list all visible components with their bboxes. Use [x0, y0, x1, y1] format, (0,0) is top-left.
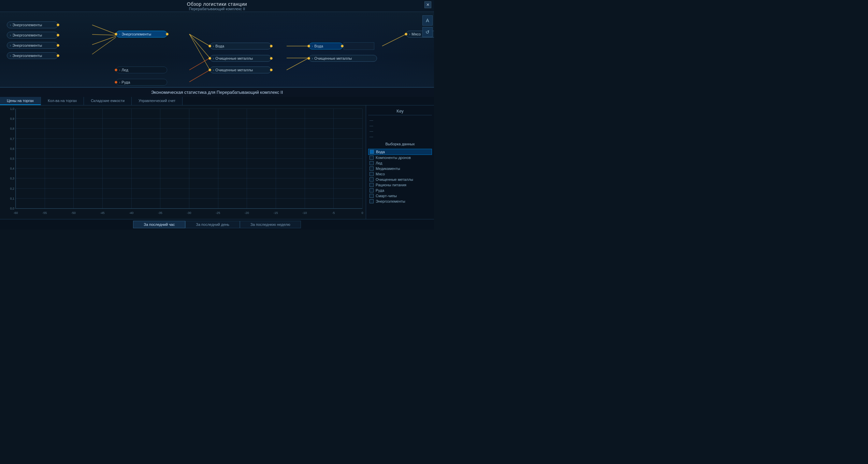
- svg-line-2: [92, 36, 116, 45]
- key-dash-1: ---: [368, 117, 432, 123]
- output-dot-1: [57, 24, 59, 26]
- checkbox-3: [370, 166, 374, 171]
- data-item-0[interactable]: Вода: [368, 149, 432, 155]
- grid-line-x-1: [45, 109, 45, 208]
- data-item-8[interactable]: Смарт-чипы: [368, 193, 432, 199]
- map-button[interactable]: A: [422, 15, 433, 26]
- network-area: › Энергоэлементы › Энергоэлементы › Энер…: [0, 12, 434, 87]
- output-dot-water1: [270, 45, 273, 47]
- checkbox-9: [370, 199, 374, 203]
- water2-node[interactable]: › Вода: [309, 42, 374, 50]
- pmet2-body: › Очищенные металлы: [210, 67, 271, 73]
- x-label-11: -5: [332, 211, 335, 215]
- energo-center-node[interactable]: › Энергоэлементы: [116, 30, 167, 38]
- data-item-label-7: Руда: [376, 188, 384, 192]
- energo-center-body: › Энергоэлементы: [116, 31, 167, 38]
- refresh-button[interactable]: ↺: [422, 27, 433, 37]
- y-label-4: 0,6: [10, 147, 14, 150]
- y-label-10: 0,0: [10, 207, 14, 210]
- data-item-9[interactable]: Энергоэлементы: [368, 199, 432, 204]
- data-item-5[interactable]: Очищенные металлы: [368, 177, 432, 182]
- pmet3-body: › Очищенные металлы: [309, 55, 377, 62]
- x-label-6: -30: [187, 211, 191, 215]
- output-dot-pmet1: [270, 57, 273, 60]
- stats-tabs: Цены на торгах Кол-ва на торгах Складски…: [0, 97, 434, 105]
- y-label-8: 0,2: [10, 187, 14, 190]
- y-label-5: 0,5: [10, 157, 14, 160]
- data-item-6[interactable]: Рационы питания: [368, 182, 432, 188]
- sub-title: Перерабатывающий комплекс II: [0, 7, 434, 11]
- grid-line-x-7: [218, 109, 218, 208]
- data-item-label-3: Медикаменты: [376, 166, 400, 171]
- ore-body: › Руда: [116, 79, 167, 86]
- main-title: Обзор логистики станции: [0, 1, 434, 7]
- input-dot-pmet3: [307, 57, 310, 60]
- grid-line-x-8: [247, 109, 247, 208]
- key-title: Key: [368, 107, 432, 115]
- right-panel: Key --- --- --- --- Выборка данных ВодаК…: [366, 105, 434, 219]
- data-item-label-1: Компоненты дронов: [376, 156, 411, 160]
- data-item-label-2: Лед: [376, 161, 382, 165]
- water2-body: › Вода: [309, 43, 343, 49]
- checkbox-1: [370, 156, 374, 160]
- ice-node[interactable]: › Лед: [116, 66, 167, 74]
- close-button[interactable]: ✕: [424, 1, 431, 8]
- grid-line-x-2: [73, 109, 74, 208]
- checkbox-0: [370, 150, 374, 154]
- key-dash-3: ---: [368, 128, 432, 134]
- tab-account[interactable]: Управленческий счет: [132, 97, 183, 105]
- output-dot-ec: [166, 33, 169, 35]
- tab-storage[interactable]: Складские емкости: [84, 97, 132, 105]
- output-dot-2: [57, 34, 59, 37]
- chart-inner: 1,00,90,80,70,60,50,40,30,20,10,0-60-55-…: [15, 109, 362, 209]
- svg-line-8: [189, 70, 210, 82]
- data-item-label-5: Очищенные металлы: [376, 177, 413, 182]
- output-dot-pmet2: [270, 69, 273, 71]
- y-label-9: 0,1: [10, 197, 14, 200]
- grid-line-x-5: [160, 109, 160, 208]
- output-dot-3: [57, 44, 59, 47]
- grid-line-x-9: [276, 109, 276, 208]
- y-label-3: 0,7: [10, 137, 14, 141]
- water1-node[interactable]: › Вода: [210, 42, 271, 50]
- input-node-4[interactable]: › Энергоэлементы: [7, 52, 58, 60]
- input-dot-water1: [208, 45, 211, 47]
- data-item-3[interactable]: Медикаменты: [368, 166, 432, 171]
- data-item-4[interactable]: Мясо: [368, 171, 432, 177]
- key-dash-2: ---: [368, 123, 432, 128]
- pmet1-node[interactable]: › Очищенные металлы: [210, 54, 271, 62]
- input-node-2[interactable]: › Энергоэлементы: [7, 31, 58, 39]
- x-label-9: -15: [273, 211, 278, 215]
- input-node-1[interactable]: › Энергоэлементы: [7, 21, 58, 29]
- right-controls: A ↺: [422, 15, 433, 37]
- checkbox-8: [370, 194, 374, 198]
- pmet1-body: › Очищенные металлы: [210, 55, 271, 62]
- tab-quantities[interactable]: Кол-ва на торгах: [41, 97, 84, 105]
- data-item-1[interactable]: Компоненты дронов: [368, 155, 432, 160]
- ice-body: › Лед: [116, 67, 167, 73]
- ore-node[interactable]: › Руда: [116, 78, 167, 86]
- data-item-2[interactable]: Лед: [368, 160, 432, 166]
- pmet3-node[interactable]: › Очищенные металлы: [309, 54, 377, 62]
- pmet2-node[interactable]: › Очищенные металлы: [210, 66, 271, 74]
- time-tab-week[interactable]: За последнюю неделю: [240, 221, 301, 228]
- data-item-label-6: Рационы питания: [376, 183, 406, 187]
- x-label-7: -25: [216, 211, 220, 215]
- x-label-2: -50: [71, 211, 76, 215]
- water1-body: › Вода: [210, 43, 271, 49]
- x-label-5: -35: [158, 211, 162, 215]
- time-tabs: За последний час За последний день За по…: [0, 219, 434, 230]
- svg-line-6: [189, 34, 210, 70]
- svg-line-1: [92, 34, 116, 35]
- data-item-7[interactable]: Руда: [368, 188, 432, 193]
- chart-area: Цена (Кр) 1,00,90,80,70,60,50,40,30,20,1…: [0, 105, 366, 219]
- output-dot-water2: [341, 45, 344, 47]
- svg-line-11: [287, 58, 309, 70]
- time-tab-day[interactable]: За последний день: [185, 221, 240, 228]
- data-items-container: ВодаКомпоненты дроновЛедМедикаментыМясоО…: [368, 149, 432, 204]
- input-node-3-body: › Энергоэлементы: [7, 42, 58, 49]
- time-tab-hour[interactable]: За последний час: [133, 221, 185, 228]
- tab-prices[interactable]: Цены на торгах: [0, 97, 41, 105]
- input-node-3[interactable]: › Энергоэлементы: [7, 41, 58, 49]
- svg-line-12: [382, 34, 406, 46]
